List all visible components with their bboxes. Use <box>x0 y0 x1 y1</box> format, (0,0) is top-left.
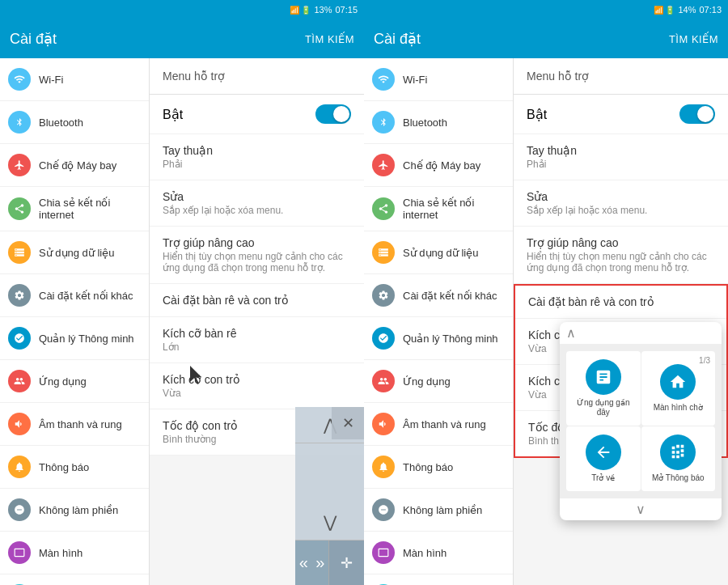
popup-item-home[interactable]: Màn hình chờ 1/3 <box>641 351 716 426</box>
popup-chevron-up-icon[interactable]: ∧ <box>566 325 576 341</box>
right-sidebar-dnd[interactable]: Không làm phiền <box>364 489 513 532</box>
left-toggle-switch[interactable] <box>315 104 351 124</box>
wifi-icon <box>8 68 31 91</box>
right-sidebar-wifi[interactable]: Wi-Fi <box>364 58 513 101</box>
sidebar-item-apps[interactable]: Ứng dụng <box>0 360 149 403</box>
sidebar-item-advanced[interactable]: Tính năng nâng cao <box>0 574 149 585</box>
left-phone-panel: 📶 🔋 13% 07:15 Cài đặt TÌM KIẾM Wi-Fi Blu… <box>0 0 364 585</box>
left-search-button[interactable]: TÌM KIẾM <box>305 33 354 45</box>
popup-back-label: Trở về <box>591 473 615 483</box>
notify-icon <box>8 456 31 478</box>
sidebar-notify-label: Thông báo <box>39 461 89 473</box>
share-icon <box>8 197 31 220</box>
left-menu-item-kichCoBanRe-subtitle: Lớn <box>163 341 351 353</box>
left-menu-item-troGiup-subtitle: Hiển thị tùy chọn menu ngữ cảnh cho các … <box>163 251 351 273</box>
right-display-icon <box>372 541 395 564</box>
popup-notif-label: Mở Thông báo <box>652 473 705 483</box>
right-sidebar-bluetooth[interactable]: Bluetooth <box>364 101 513 144</box>
left-menu-item-tayThuan-title: Tay thuận <box>163 144 351 157</box>
sidebar-dnd-label: Không làm phiền <box>39 504 118 516</box>
nav-close-button[interactable]: ✕ <box>332 407 364 439</box>
right-toggle-label: Bật <box>527 107 547 122</box>
left-sidebar: Wi-Fi Bluetooth Chế độ Máy bay <box>0 58 150 585</box>
left-menu-item-caiDatBanRe[interactable]: Cài đặt bàn rê và con trỏ <box>150 284 364 317</box>
popup-page-indicator: 1/3 <box>699 356 710 365</box>
sidebar-display-label: Màn hình <box>39 547 83 559</box>
sidebar-item-data[interactable]: Sử dụng dữ liệu <box>0 231 149 274</box>
display-icon <box>8 541 31 564</box>
left-menu-item-kichCoConTro[interactable]: Kích cỡ con trỏ Vừa <box>150 363 364 409</box>
right-sidebar-apps[interactable]: Ứng dụng <box>364 360 513 403</box>
sidebar-bluetooth-label: Bluetooth <box>39 117 83 129</box>
popup-recent-icon <box>586 359 621 395</box>
sidebar-wifi-label: Wi-Fi <box>39 74 63 86</box>
right-search-button[interactable]: TÌM KIẾM <box>669 33 718 45</box>
nav-right-button[interactable]: » <box>312 540 329 585</box>
right-toggle-row[interactable]: Bật <box>514 95 728 134</box>
right-sidebar-airplane[interactable]: Chế độ Máy bay <box>364 144 513 187</box>
popup-item-back[interactable]: Trở về <box>566 426 641 491</box>
nav-move-button[interactable]: ✛ <box>328 540 364 585</box>
left-battery: 13% <box>314 5 332 15</box>
popup-top-bar: ∧ <box>560 322 722 345</box>
left-menu-item-kichCoConTro-subtitle: Vừa <box>163 388 351 399</box>
left-menu-item-troGiup-title: Trợ giúp nâng cao <box>163 236 351 249</box>
nav-overlay: ✕ ⋀ ⋁ « » ✛ <box>295 407 364 585</box>
sidebar-item-smart[interactable]: Quản lý Thông minh <box>0 317 149 360</box>
right-menu-item-tayThuan[interactable]: Tay thuận Phải <box>514 134 728 180</box>
right-sidebar: Wi-Fi Bluetooth Chế độ Máy bay Chia sẻ k… <box>364 58 514 585</box>
sidebar-item-dnd[interactable]: Không làm phiền <box>0 489 149 532</box>
right-content-area: Wi-Fi Bluetooth Chế độ Máy bay Chia sẻ k… <box>364 58 728 585</box>
popup-item-recent[interactable]: Ứng dụng gần đây <box>566 351 641 426</box>
highlight-section-title: Cài đặt bàn rê và con trỏ <box>528 295 713 308</box>
right-sidebar-notify[interactable]: Thông báo <box>364 446 513 489</box>
sidebar-sound-label: Âm thanh và rung <box>39 418 122 430</box>
sidebar-item-notify[interactable]: Thông báo <box>0 446 149 489</box>
sidebar-item-share[interactable]: Chia sẻ kết nối internet <box>0 187 149 231</box>
right-sidebar-display[interactable]: Màn hình <box>364 532 513 574</box>
right-sound-icon <box>372 413 395 435</box>
right-title: Cài đặt <box>374 30 669 48</box>
right-status-icons: 📶 🔋 <box>654 6 675 15</box>
right-sidebar-data[interactable]: Sử dụng dữ liệu <box>364 231 513 274</box>
right-sidebar-smart[interactable]: Quản lý Thông minh <box>364 317 513 360</box>
nav-scroll-down-button[interactable]: ⋁ <box>295 504 364 540</box>
sidebar-smart-label: Quản lý Thông minh <box>39 333 134 345</box>
left-menu-item-troGiup[interactable]: Trợ giúp nâng cao Hiển thị tùy chọn menu… <box>150 227 364 284</box>
left-status-bar: 📶 🔋 13% 07:15 <box>0 0 364 19</box>
right-menu-item-troGiup[interactable]: Trợ giúp nâng cao Hiển thị tùy chọn menu… <box>514 227 728 284</box>
right-toggle-switch[interactable] <box>679 104 715 124</box>
right-sidebar-other[interactable]: Cài đặt kết nối khác <box>364 274 513 317</box>
sidebar-item-bluetooth[interactable]: Bluetooth <box>0 101 149 144</box>
right-dnd-icon <box>372 498 395 521</box>
left-menu-item-sua-title: Sửa <box>163 190 351 203</box>
sidebar-item-wifi[interactable]: Wi-Fi <box>0 58 149 101</box>
right-status-bar: 📶 🔋 14% 07:13 <box>364 0 728 19</box>
sidebar-item-other[interactable]: Cài đặt kết nối khác <box>0 274 149 317</box>
sidebar-item-sound[interactable]: Âm thanh và rung <box>0 403 149 446</box>
left-menu-item-kichCoBanRe[interactable]: Kích cỡ bàn rê Lớn <box>150 317 364 363</box>
sidebar-item-airplane[interactable]: Chế độ Máy bay <box>0 144 149 187</box>
floating-menu-popup: ∧ Ứng dụng gần đây <box>560 322 722 520</box>
nav-left-button[interactable]: « <box>295 540 312 585</box>
right-sidebar-sound[interactable]: Âm thanh và rung <box>364 403 513 446</box>
popup-item-notif[interactable]: Mở Thông báo <box>641 426 716 491</box>
cursor-indicator <box>190 366 206 388</box>
right-sidebar-advanced[interactable]: Tính năng nâng cao <box>364 574 513 585</box>
nav-arrows-row: « » ✛ <box>295 540 364 585</box>
right-menu-item-sua[interactable]: Sửa Sắp xếp lại hoặc xóa menu. <box>514 180 728 227</box>
right-sidebar-share[interactable]: Chia sẻ kết nối internet <box>364 187 513 231</box>
left-menu-panel: Menu hỗ trợ Bật Tay thuận Phải Sửa Sắp x… <box>150 58 364 585</box>
left-menu-item-sua[interactable]: Sửa Sắp xếp lại hoặc xóa menu. <box>150 180 364 227</box>
left-menu-item-tayThuan[interactable]: Tay thuận Phải <box>150 134 364 180</box>
popup-chevron-down-icon[interactable]: ∨ <box>636 502 645 517</box>
left-toggle-label: Bật <box>163 107 183 122</box>
left-menu-header: Menu hỗ trợ <box>150 58 364 95</box>
left-toggle-row[interactable]: Bật <box>150 95 364 134</box>
right-time: 07:13 <box>699 5 722 15</box>
sidebar-item-display[interactable]: Màn hình <box>0 532 149 574</box>
right-phone-panel: 📶 🔋 14% 07:13 Cài đặt TÌM KIẾM Wi-Fi Blu… <box>364 0 728 585</box>
highlight-header: Cài đặt bàn rê và con trỏ <box>515 286 726 319</box>
right-menu-header: Menu hỗ trợ <box>514 58 728 95</box>
sidebar-data-label: Sử dụng dữ liệu <box>39 247 114 259</box>
